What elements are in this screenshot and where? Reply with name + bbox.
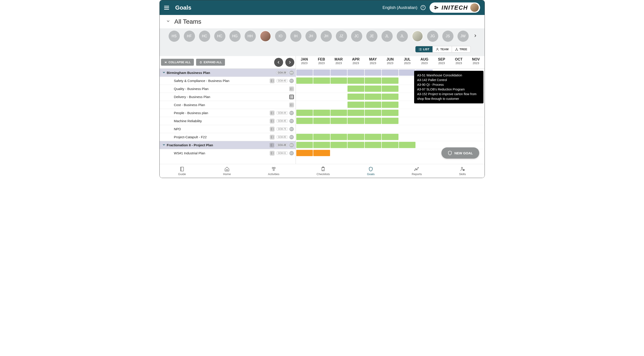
avatar-chip[interactable]: JE bbox=[366, 31, 378, 42]
avatar-chip[interactable]: HC bbox=[214, 31, 226, 42]
timeline-segment[interactable] bbox=[399, 142, 416, 148]
timeline-segment[interactable] bbox=[365, 118, 382, 124]
grid-icon[interactable] bbox=[270, 79, 274, 83]
timeline-segment[interactable] bbox=[348, 110, 364, 116]
scroll-right-button[interactable] bbox=[285, 58, 294, 67]
timeline-segment[interactable] bbox=[313, 150, 330, 156]
language-selector[interactable]: English (Australian) bbox=[382, 5, 417, 10]
avatar-chip[interactable]: JH bbox=[321, 31, 332, 42]
assignee-avatar[interactable]: WK bbox=[289, 135, 294, 139]
timeline-segment[interactable] bbox=[330, 110, 347, 116]
avatar-chip[interactable]: JZ bbox=[336, 31, 347, 42]
timeline-segment[interactable] bbox=[399, 69, 416, 76]
timeline-segment[interactable] bbox=[382, 69, 398, 76]
timeline-segment[interactable] bbox=[382, 110, 398, 116]
grid-icon[interactable] bbox=[289, 95, 294, 99]
timeline-segment[interactable] bbox=[296, 110, 313, 116]
gantt-child-row[interactable]: Cost - Business Plan bbox=[160, 101, 296, 109]
avatar-chip[interactable]: HG bbox=[230, 31, 240, 42]
gantt-child-row[interactable]: Project-Catapult - F22GOA-80WK bbox=[160, 133, 296, 141]
gantt-child-row[interactable]: Quality - Business Plan bbox=[160, 85, 296, 93]
gantt-child-row[interactable]: NPDGOA-76WK bbox=[160, 125, 296, 133]
assignee-avatar[interactable]: RJ bbox=[289, 79, 294, 83]
avatar-chip[interactable]: JC bbox=[351, 31, 362, 42]
timeline-segment[interactable] bbox=[382, 94, 398, 100]
gantt-child-row[interactable]: Delivery - Business Plan bbox=[160, 93, 296, 101]
avatar-chip[interactable]: JW bbox=[458, 31, 469, 42]
gantt-child-row[interactable]: People - Business planGOA-44WK bbox=[160, 109, 296, 117]
nav-guide[interactable]: Guide bbox=[178, 166, 186, 176]
timeline-segment[interactable] bbox=[296, 118, 313, 124]
timeline-segment[interactable] bbox=[365, 86, 382, 92]
timeline-segment[interactable] bbox=[348, 77, 364, 84]
nav-activities[interactable]: Activities bbox=[268, 166, 279, 176]
chevron-down-icon[interactable] bbox=[162, 71, 167, 75]
view-tree-button[interactable]: TREE bbox=[452, 46, 470, 52]
timeline-segment[interactable] bbox=[296, 150, 313, 156]
gantt-group-row[interactable]: Birmingham Business PlanGOA-39WK bbox=[160, 69, 296, 77]
team-selector-title[interactable]: All Teams bbox=[174, 18, 202, 25]
avatar-chip[interactable]: HF bbox=[184, 31, 195, 42]
timeline-segment[interactable] bbox=[296, 142, 313, 148]
chevron-down-icon[interactable] bbox=[162, 143, 167, 147]
timeline-segment[interactable] bbox=[296, 134, 313, 140]
grid-icon[interactable] bbox=[270, 111, 274, 115]
gantt-child-row[interactable]: WS#1 Industrial PlanGOA-51WK bbox=[160, 149, 296, 157]
avatar-chip[interactable]: IO bbox=[275, 31, 286, 42]
timeline-segment[interactable] bbox=[330, 142, 347, 148]
gantt-group-row[interactable]: Fractionation II - Project PlanGOA-48WK bbox=[160, 141, 296, 149]
timeline-segment[interactable] bbox=[382, 102, 398, 108]
assignee-avatar[interactable]: PM bbox=[289, 119, 294, 123]
timeline-segment[interactable] bbox=[365, 110, 382, 116]
timeline-segment[interactable] bbox=[382, 77, 398, 84]
grid-icon[interactable] bbox=[270, 143, 274, 147]
gantt-child-row[interactable]: Safety & Compliance - Business PlanGOA-4… bbox=[160, 77, 296, 85]
timeline-segment[interactable] bbox=[348, 69, 364, 76]
avatar-chip[interactable] bbox=[260, 31, 271, 42]
timeline-segment[interactable] bbox=[313, 134, 330, 140]
gantt-child-row[interactable]: Machine ReliabilityGOA-45PM bbox=[160, 117, 296, 125]
avatar-chip[interactable]: IH bbox=[290, 31, 302, 42]
grid-icon[interactable] bbox=[289, 87, 294, 91]
avatar-chip[interactable]: JH bbox=[306, 31, 317, 42]
chevron-down-icon[interactable] bbox=[166, 19, 170, 24]
timeline-segment[interactable] bbox=[348, 102, 364, 108]
timeline-segment[interactable] bbox=[382, 134, 398, 140]
view-team-button[interactable]: TEAM bbox=[433, 46, 452, 52]
avatar-chip[interactable] bbox=[412, 31, 423, 42]
timeline-segment[interactable] bbox=[365, 134, 382, 140]
timeline-segment[interactable] bbox=[348, 134, 364, 140]
nav-goals[interactable]: Goals bbox=[367, 166, 374, 176]
nav-checklists[interactable]: Checklists bbox=[317, 166, 330, 176]
timeline-segment[interactable] bbox=[365, 77, 382, 84]
assignee-avatar[interactable]: WK bbox=[289, 151, 294, 156]
assignee-avatar[interactable]: WK bbox=[289, 127, 294, 131]
avatar-chip[interactable]: HH bbox=[245, 31, 256, 42]
timeline-segment[interactable] bbox=[382, 86, 398, 92]
timeline-segment[interactable] bbox=[382, 118, 398, 124]
avatar-chip[interactable]: HC bbox=[199, 31, 210, 42]
new-goal-button[interactable]: NEW GOAL bbox=[442, 147, 479, 159]
timeline-segment[interactable] bbox=[365, 94, 382, 100]
avatar-chip[interactable]: JG bbox=[427, 31, 438, 42]
avatar-chip[interactable]: JL bbox=[397, 31, 408, 42]
timeline-segment[interactable] bbox=[296, 77, 313, 84]
timeline-segment[interactable] bbox=[348, 94, 364, 100]
grid-icon[interactable] bbox=[270, 127, 274, 131]
timeline-segment[interactable] bbox=[313, 118, 330, 124]
timeline-segment[interactable] bbox=[313, 142, 330, 148]
grid-icon[interactable] bbox=[270, 119, 274, 123]
timeline-segment[interactable] bbox=[365, 142, 382, 148]
grid-icon[interactable] bbox=[270, 135, 274, 139]
timeline-segment[interactable] bbox=[348, 142, 364, 148]
timeline-segment[interactable] bbox=[382, 142, 398, 148]
assignee-avatar[interactable]: WK bbox=[289, 71, 294, 75]
timeline-segment[interactable] bbox=[330, 118, 347, 124]
collapse-all-button[interactable]: COLLAPSE ALL bbox=[161, 59, 194, 66]
timeline-segment[interactable] bbox=[330, 77, 347, 84]
avatar-chip[interactable]: JS bbox=[442, 31, 454, 42]
grid-icon[interactable] bbox=[289, 103, 294, 107]
user-avatar[interactable] bbox=[470, 3, 479, 12]
scroll-left-button[interactable] bbox=[274, 58, 283, 67]
timeline-segment[interactable] bbox=[313, 110, 330, 116]
